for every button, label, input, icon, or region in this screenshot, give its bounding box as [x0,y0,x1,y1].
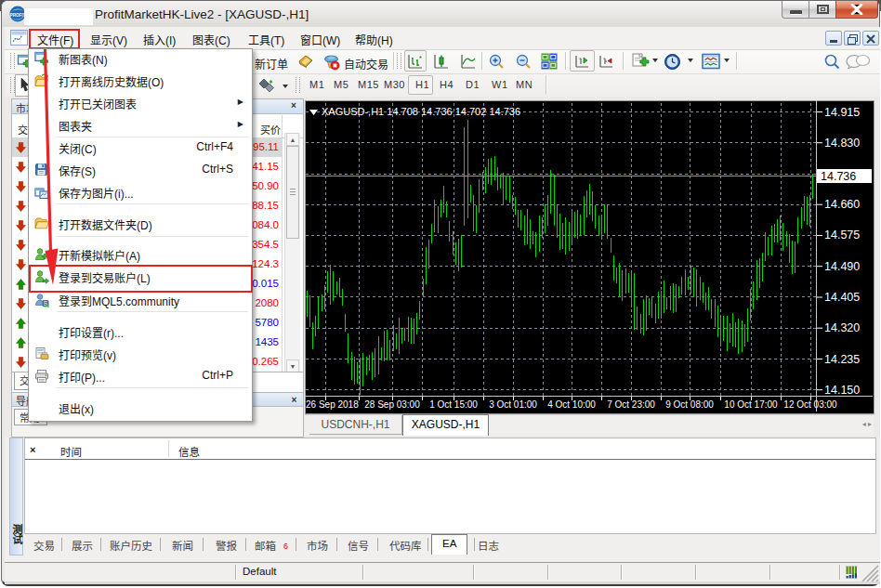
svg-text:10 Oct 17:00: 10 Oct 17:00 [724,399,778,410]
svg-text:14.490: 14.490 [824,260,860,273]
svg-text:XAGUSD-,H1 14.708 14.736 14.70: XAGUSD-,H1 14.708 14.736 14.702 14.736 [322,106,520,117]
svg-text:14.320: 14.320 [824,321,860,334]
svg-text:14.915: 14.915 [824,106,860,119]
svg-text:12 Oct 03:00: 12 Oct 03:00 [783,399,837,410]
svg-text:S: S [44,300,48,307]
svg-text:14.736: 14.736 [821,170,856,183]
svg-text:26 Sep 2018: 26 Sep 2018 [306,399,359,410]
svg-text:14.405: 14.405 [824,291,860,304]
svg-text:14.660: 14.660 [824,198,860,211]
svg-text:PROFIT: PROFIT [10,13,26,18]
svg-text:7 Oct 23:00: 7 Oct 23:00 [607,399,655,410]
svg-text:3 Oct 01:00: 3 Oct 01:00 [489,399,537,410]
svg-text:14.235: 14.235 [824,353,860,366]
svg-text:9 Oct 08:00: 9 Oct 08:00 [665,399,714,410]
svg-text:14.830: 14.830 [824,137,860,150]
svg-text:4 Oct 10:00: 4 Oct 10:00 [547,399,596,410]
svg-text:14.150: 14.150 [824,384,860,397]
svg-text:14.575: 14.575 [824,229,860,242]
svg-text:1 Oct 15:00: 1 Oct 15:00 [429,399,478,410]
svg-text:28 Sep 03:00: 28 Sep 03:00 [364,399,420,410]
